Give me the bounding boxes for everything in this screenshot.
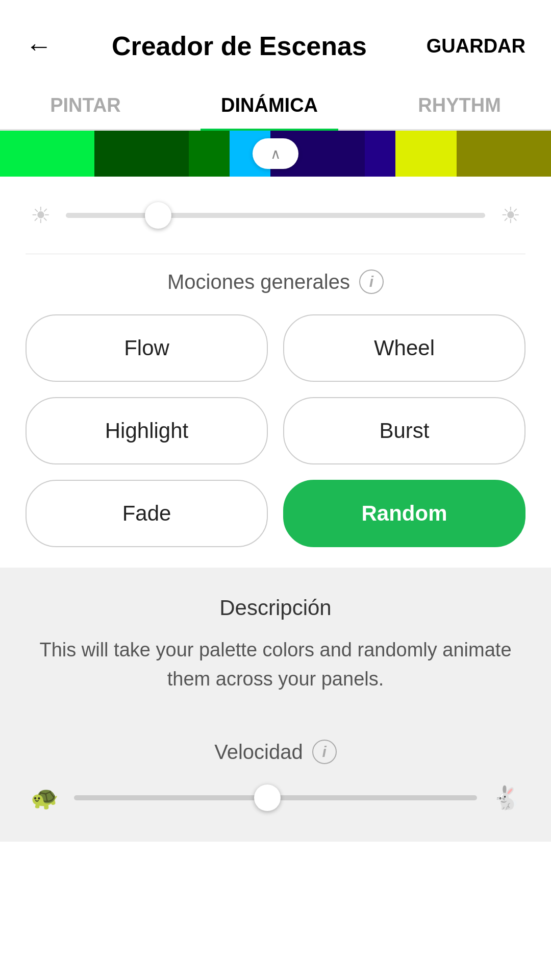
turtle-icon: 🐢: [31, 785, 59, 811]
description-title: Descripción: [31, 596, 520, 620]
motion-wheel-button[interactable]: Wheel: [283, 314, 525, 382]
palette-seg-0: [0, 131, 94, 177]
rabbit-icon: 🐇: [492, 785, 520, 811]
header: ← Creador de Escenas GUARDAR: [0, 0, 551, 77]
velocidad-info-icon[interactable]: i: [312, 740, 337, 764]
page-title: Creador de Escenas: [52, 31, 427, 61]
brightness-slider[interactable]: [66, 213, 485, 218]
motion-burst-button[interactable]: Burst: [283, 397, 525, 464]
motions-section-label: Mociones generales i: [0, 254, 551, 314]
palette-thumb-arrow: ∧: [270, 145, 281, 162]
save-button[interactable]: GUARDAR: [427, 35, 525, 57]
palette-seg-6: [395, 131, 457, 177]
velocidad-section: Velocidad i 🐢 🐇: [0, 719, 551, 842]
back-button[interactable]: ←: [26, 33, 52, 59]
motion-random-button[interactable]: Random: [283, 480, 525, 547]
description-section: Descripción This will take your palette …: [0, 568, 551, 719]
description-text: This will take your palette colors and r…: [31, 635, 520, 694]
velocidad-thumb[interactable]: [254, 785, 281, 811]
motion-fade-button[interactable]: Fade: [26, 480, 268, 547]
velocidad-slider[interactable]: [74, 795, 477, 800]
palette-strip[interactable]: ∧: [0, 131, 551, 177]
tab-dinamica[interactable]: DINÁMICA: [201, 87, 338, 129]
palette-seg-5: [365, 131, 395, 177]
velocidad-label-row: Velocidad i: [31, 740, 520, 764]
velocidad-slider-row: 🐢 🐇: [31, 785, 520, 811]
motions-label-text: Mociones generales: [167, 271, 350, 293]
motion-flow-button[interactable]: Flow: [26, 314, 268, 382]
velocidad-label-text: Velocidad: [214, 741, 303, 764]
sun-large-icon: ☀: [500, 202, 520, 228]
motion-highlight-button[interactable]: Highlight: [26, 397, 268, 464]
tab-pintar[interactable]: PINTAR: [30, 87, 141, 129]
motion-grid: Flow Wheel Highlight Burst Fade Random: [0, 314, 551, 568]
palette-thumb[interactable]: ∧: [253, 138, 298, 169]
brightness-thumb[interactable]: [145, 202, 171, 229]
palette-seg-7: [457, 131, 551, 177]
brightness-section: ☀ ☀: [0, 177, 551, 254]
motions-info-icon[interactable]: i: [359, 270, 384, 294]
palette-seg-2: [189, 131, 230, 177]
tab-rhythm[interactable]: RHYTHM: [397, 87, 521, 129]
sun-small-icon: ☀: [31, 202, 51, 228]
tab-bar: PINTAR DINÁMICA RHYTHM: [0, 77, 551, 131]
palette-seg-1: [94, 131, 189, 177]
